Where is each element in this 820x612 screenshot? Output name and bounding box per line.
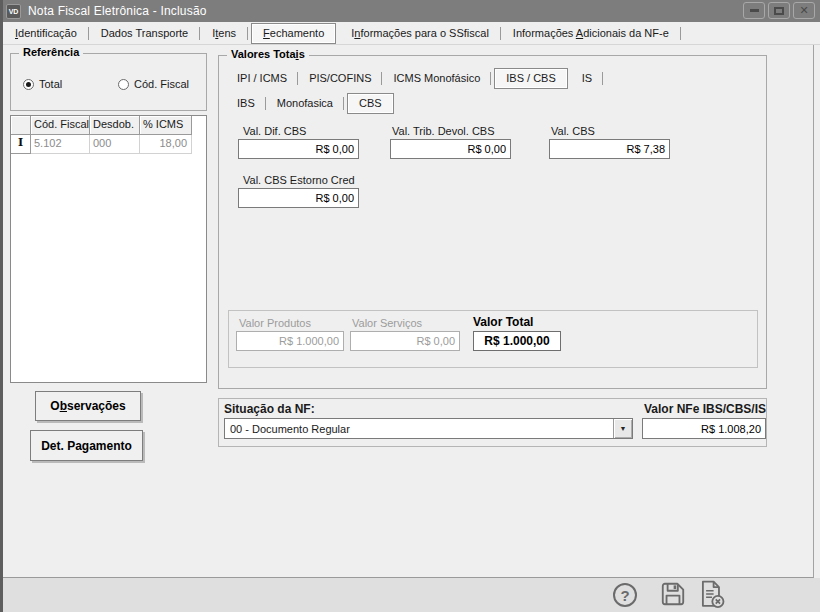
valor-total-label: Valor Total (473, 315, 533, 329)
window-frame-edge (0, 0, 3, 612)
tab-is[interactable]: IS (571, 69, 603, 88)
radio-cod-fiscal-label: Cód. Fiscal (134, 78, 189, 90)
radio-cod-fiscal-icon (118, 79, 129, 90)
grid-header-row: Cód. Fiscal Desdob. % ICMS (11, 116, 206, 135)
app-icon: VD (6, 4, 21, 19)
tab-informacoes-adicionais-nfe[interactable]: Informações Adicionais da NF-e (501, 24, 681, 43)
tab-itens[interactable]: Itens (200, 24, 248, 43)
valores-totais-groupbox: Valores Totais IPI / ICMS PIS/COFINS ICM… (218, 55, 767, 389)
titlebar: VD Nota Fiscal Eletrônica - Inclusão ✕ (0, 0, 820, 22)
radio-cod-fiscal[interactable]: Cód. Fiscal (118, 78, 189, 90)
valor-servicos-label: Valor Serviços (352, 317, 422, 329)
tab-fechamento[interactable]: Fechamento (251, 23, 336, 44)
minimize-button[interactable] (743, 2, 765, 19)
val-trib-devol-cbs-label: Val. Trib. Devol. CBS (392, 125, 495, 137)
cell-desdob: 000 (90, 135, 140, 154)
situacao-dropdown-value: 00 - Documento Regular (225, 423, 613, 435)
help-icon: ? (613, 583, 637, 607)
tab-informacoes-ssfiscal[interactable]: Informações para o SSfiscal (339, 24, 501, 43)
row-cursor-icon: I (11, 135, 31, 154)
valor-nfe-label: Valor NFe IBS/CBS/IS (640, 402, 766, 416)
situacao-label: Situação da NF: (224, 402, 315, 416)
footer-bar: ? (3, 578, 820, 612)
valor-nfe-field[interactable]: R$ 1.008,20 (642, 418, 766, 439)
radio-total-label: Total (39, 78, 62, 90)
tab-ipi-icms[interactable]: IPI / ICMS (226, 69, 298, 88)
situacao-panel: Situação da NF: 00 - Documento Regular ▼… (218, 398, 767, 447)
col-selector (11, 116, 31, 135)
situacao-dropdown[interactable]: 00 - Documento Regular ▼ (224, 418, 633, 439)
tab-identificacao[interactable]: Identificação (3, 24, 89, 43)
save-button[interactable] (659, 580, 687, 608)
valores-totais-title: Valores Totais (227, 48, 309, 60)
window-title: Nota Fiscal Eletrônica - Inclusão (28, 4, 207, 18)
tab-icms-monofasico[interactable]: ICMS Monofásico (382, 69, 491, 88)
radio-total[interactable]: Total (23, 78, 62, 90)
save-icon (659, 580, 687, 608)
close-icon: ✕ (799, 5, 808, 16)
col-desdob: Desdob. (90, 116, 140, 135)
observacoes-button[interactable]: Observações (35, 391, 141, 421)
grid-row[interactable]: I 5.102 000 18,00 (11, 135, 206, 154)
tax-tabstrip: IPI / ICMS PIS/COFINS ICMS Monofásico IB… (226, 67, 603, 89)
valor-servicos-field: R$ 0,00 (350, 331, 460, 351)
maximize-button[interactable] (768, 2, 790, 19)
close-button[interactable]: ✕ (793, 2, 815, 19)
main-tabstrip: Identificação Dados Transporte Itens Fec… (3, 22, 820, 45)
cod-fiscal-grid: Cód. Fiscal Desdob. % ICMS I 5.102 000 1… (10, 115, 207, 383)
cancel-nf-button[interactable] (697, 579, 727, 609)
col-cod-fiscal: Cód. Fiscal (31, 116, 90, 135)
tab-ibs-cbs[interactable]: IBS / CBS (494, 68, 568, 89)
help-button[interactable]: ? (612, 582, 638, 608)
val-dif-cbs-label: Val. Dif. CBS (243, 125, 306, 137)
ibs-cbs-tabstrip: IBS Monofasica CBS (226, 92, 397, 114)
tab-monofasica[interactable]: Monofasica (266, 94, 344, 113)
valor-total-field: R$ 1.000,00 (473, 331, 561, 351)
referencia-groupbox: Referência Total Cód. Fiscal (10, 53, 207, 111)
tab-pis-cofins[interactable]: PIS/COFINS (298, 69, 382, 88)
val-dif-cbs-field[interactable]: R$ 0,00 (238, 139, 359, 159)
nota-fiscal-window: VD Nota Fiscal Eletrônica - Inclusão ✕ I… (0, 0, 820, 612)
col-icms: % ICMS (140, 116, 192, 135)
val-cbs-estorno-label: Val. CBS Estorno Cred (243, 174, 355, 186)
cancel-nf-icon (697, 579, 727, 609)
minimize-icon (750, 9, 759, 12)
referencia-title: Referência (19, 46, 83, 58)
val-cbs-label: Val. CBS (551, 125, 595, 137)
chevron-down-icon[interactable]: ▼ (613, 419, 632, 438)
totals-panel: Valor Produtos R$ 1.000,00 Valor Serviço… (228, 310, 758, 368)
valor-produtos-field: R$ 1.000,00 (236, 331, 344, 351)
valor-produtos-label: Valor Produtos (239, 317, 311, 329)
det-pagamento-button[interactable]: Det. Pagamento (30, 430, 143, 461)
val-cbs-field[interactable]: R$ 7,38 (549, 139, 670, 159)
cell-icms: 18,00 (140, 135, 192, 154)
maximize-icon (774, 7, 784, 15)
tab-cbs[interactable]: CBS (347, 93, 394, 114)
val-cbs-estorno-field[interactable]: R$ 0,00 (238, 188, 359, 208)
tab-ibs[interactable]: IBS (226, 94, 266, 113)
radio-total-icon (23, 79, 34, 90)
tab-dados-transporte[interactable]: Dados Transporte (89, 24, 200, 43)
cell-cod-fiscal: 5.102 (31, 135, 90, 154)
val-trib-devol-cbs-field[interactable]: R$ 0,00 (390, 139, 511, 159)
